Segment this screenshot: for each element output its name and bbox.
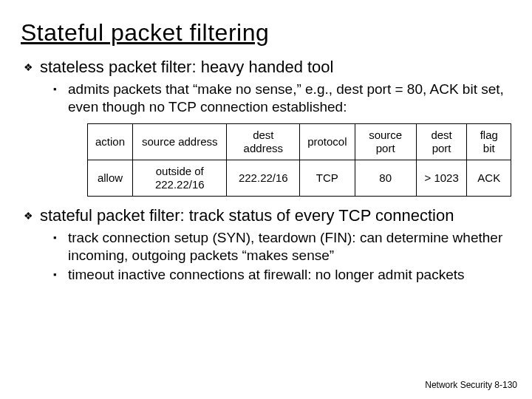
- bullet-stateful-text: stateful packet filter: track status of …: [40, 205, 454, 226]
- square-bullet-icon: ▪: [53, 266, 68, 284]
- subbullet-timeout: ▪ timeout inactive connections at firewa…: [53, 266, 511, 284]
- subbullet-admits: ▪ admits packets that “make no sense,” e…: [53, 81, 511, 116]
- col-dest-address: dest address: [227, 124, 300, 160]
- subbullet-track-text: track connection setup (SYN), teardown (…: [68, 229, 511, 265]
- col-flag-bit: flag bit: [467, 124, 511, 160]
- col-protocol: protocol: [300, 124, 355, 160]
- bullet-stateless: ❖ stateless packet filter: heavy handed …: [24, 57, 511, 78]
- col-action: action: [88, 124, 133, 160]
- subbullet-track: ▪ track connection setup (SYN), teardown…: [53, 229, 511, 265]
- col-source-address: source address: [133, 124, 227, 160]
- square-bullet-icon: ▪: [53, 229, 68, 265]
- packet-filter-table: action source address dest address proto…: [87, 123, 511, 197]
- square-bullet-icon: ▪: [53, 81, 68, 116]
- bullet-stateless-text: stateless packet filter: heavy handed to…: [40, 57, 333, 78]
- col-dest-port: dest port: [416, 124, 467, 160]
- subbullet-timeout-text: timeout inactive connections at firewall…: [68, 266, 465, 284]
- diamond-bullet-icon: ❖: [24, 205, 40, 226]
- cell-source-port: 80: [355, 160, 416, 197]
- bullet-stateful: ❖ stateful packet filter: track status o…: [24, 205, 511, 226]
- cell-dest-port: > 1023: [416, 160, 467, 197]
- cell-source-address: outside of 222.22/16: [133, 160, 227, 197]
- slide-footer: Network Security 8-130: [425, 380, 517, 390]
- table-header-row: action source address dest address proto…: [88, 124, 511, 160]
- cell-dest-address: 222.22/16: [227, 160, 300, 197]
- slide-title: Stateful packet filtering: [21, 19, 511, 47]
- cell-flag-bit: ACK: [467, 160, 511, 197]
- col-source-port: source port: [355, 124, 416, 160]
- subbullet-admits-text: admits packets that “make no sense,” e.g…: [68, 81, 511, 116]
- table-row: allow outside of 222.22/16 222.22/16 TCP…: [88, 160, 511, 197]
- diamond-bullet-icon: ❖: [24, 57, 40, 78]
- cell-protocol: TCP: [300, 160, 355, 197]
- cell-action: allow: [88, 160, 133, 197]
